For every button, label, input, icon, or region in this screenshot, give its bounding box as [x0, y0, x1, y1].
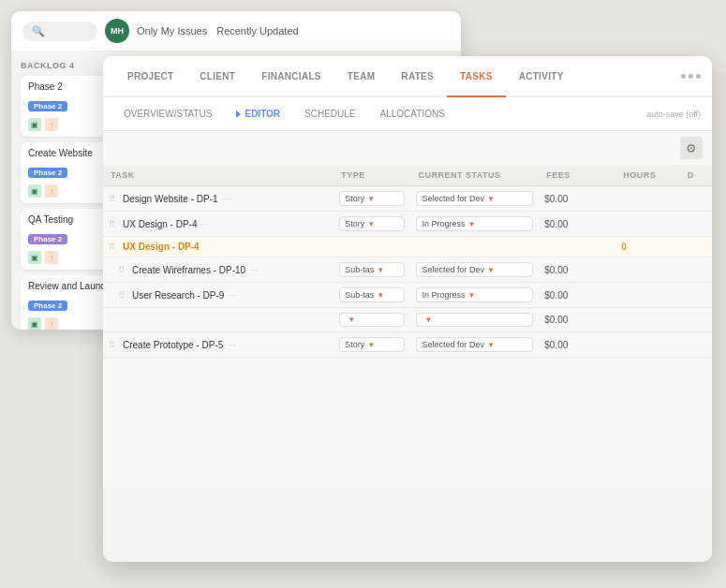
- tab-rates[interactable]: RATES: [388, 56, 447, 97]
- tab-project[interactable]: PROJECT: [114, 56, 186, 97]
- table-row: ⠿ Create Prototype - DP-5 ⋯ Story ▼: [103, 332, 712, 358]
- fees-cell: $0.00: [539, 283, 615, 308]
- type-select[interactable]: Story ▼: [339, 216, 405, 231]
- sub-nav: OVERVIEW/STATUS EDITOR SCHEDULE ALLOCATI…: [103, 97, 712, 131]
- fees-cell: $0.00: [539, 186, 615, 212]
- type-cell: Story ▼: [333, 212, 410, 237]
- drag-handle[interactable]: ⠿: [118, 290, 125, 301]
- table-row-group-header: ⠿ UX Design - DP-4 0: [103, 237, 712, 257]
- task-name-cell: ⠿ Design Website - DP-1 ⋯: [103, 186, 333, 212]
- subnav-overview[interactable]: OVERVIEW/STATUS: [114, 97, 221, 131]
- fees-cell: $0.00: [539, 257, 615, 283]
- type-cell: Sub-tas ▼: [333, 257, 410, 283]
- gear-bar: ⚙: [103, 131, 712, 165]
- status-select[interactable]: ▼: [416, 313, 533, 327]
- status-cell: Selected for Dev ▼: [410, 257, 539, 283]
- hours-cell: [615, 283, 679, 308]
- row-menu-button[interactable]: ⋯: [228, 290, 237, 301]
- task-name-cell-empty: [103, 308, 333, 332]
- row-menu-button[interactable]: ⋯: [249, 265, 259, 275]
- card-icon: ▣: [28, 251, 41, 264]
- card-icon: ▣: [28, 317, 41, 330]
- task-name-cell: ⠿ User Research - DP-9 ⋯: [103, 283, 333, 308]
- status-cell: In Progress ▼: [410, 212, 539, 237]
- drag-handle[interactable]: ⠿: [109, 242, 115, 252]
- fees-cell: $0.00: [539, 308, 615, 332]
- task-name-cell: ⠿ Create Wireframes - DP-10 ⋯: [103, 257, 333, 283]
- hours-cell: [615, 212, 679, 237]
- col-d: D: [680, 165, 712, 186]
- card-arrow: ↑: [45, 118, 58, 131]
- hours-cell: [615, 308, 679, 332]
- type-cell: Story ▼: [333, 186, 410, 212]
- fees-cell: $0.00: [539, 332, 615, 358]
- status-cell: Selected for Dev ▼: [410, 332, 539, 358]
- table-row: ⠿ UX Design - DP-4 ⋯ Story ▼ In Pr: [103, 212, 712, 237]
- task-name-cell: ⠿ Create Prototype - DP-5 ⋯: [103, 332, 333, 358]
- card-arrow: ↑: [45, 184, 58, 198]
- card-arrow: ↑: [45, 251, 58, 264]
- type-cell: ▼: [333, 308, 410, 332]
- drag-handle[interactable]: ⠿: [109, 340, 115, 350]
- col-fees: FEES: [539, 165, 615, 186]
- type-select[interactable]: Story ▼: [339, 191, 405, 206]
- tab-team[interactable]: TEAM: [334, 56, 389, 97]
- card-arrow: ↑: [45, 317, 58, 330]
- type-cell: Story ▼: [333, 332, 410, 358]
- task-table: TASK TYPE CURRENT STATUS FEES HOURS D ⠿ …: [103, 165, 712, 358]
- tab-client[interactable]: CLIENT: [186, 56, 248, 97]
- task-name-cell: ⠿ UX Design - DP-4 ⋯: [103, 212, 333, 237]
- nav-tabs: PROJECT CLIENT FINANCIALS TEAM RATES TAS…: [103, 56, 712, 97]
- tab-activity[interactable]: ACTIVITY: [506, 56, 577, 97]
- recently-updated-link[interactable]: Recently Updated: [216, 25, 298, 37]
- type-select[interactable]: Sub-tas ▼: [339, 262, 405, 277]
- editor-triangle-icon: [236, 110, 241, 118]
- col-hours: HOURS: [615, 165, 679, 186]
- type-cell: Sub-tas ▼: [333, 283, 410, 308]
- row-menu-button[interactable]: ⋯: [222, 194, 231, 204]
- more-tabs-button[interactable]: [681, 74, 701, 79]
- status-cell: ▼: [410, 308, 539, 332]
- table-row: ⠿ Create Wireframes - DP-10 ⋯ Sub-tas ▼: [103, 257, 712, 283]
- card-icon: ▣: [28, 184, 41, 198]
- hours-cell: [615, 332, 679, 358]
- status-select[interactable]: Selected for Dev ▼: [416, 191, 533, 206]
- status-cell: In Progress ▼: [410, 283, 539, 308]
- status-select[interactable]: Selected for Dev ▼: [416, 337, 533, 352]
- col-task: TASK: [103, 165, 333, 186]
- task-name-cell: ⠿ UX Design - DP-4: [103, 237, 333, 257]
- table-row: ⠿ Design Website - DP-1 ⋯ Story ▼: [103, 186, 712, 212]
- subnav-schedule[interactable]: SCHEDULE: [295, 97, 364, 131]
- tab-financials[interactable]: FINANCIALS: [248, 56, 334, 97]
- only-my-issues-link[interactable]: Only My Issues: [137, 25, 207, 37]
- settings-button[interactable]: ⚙: [680, 137, 703, 159]
- hours-cell: [615, 257, 679, 283]
- status-cell: [410, 237, 539, 257]
- status-select[interactable]: In Progress ▼: [416, 216, 533, 231]
- table-row-empty: ▼ ▼ $0.00: [103, 308, 712, 332]
- drag-handle[interactable]: ⠿: [109, 219, 115, 229]
- subnav-allocations[interactable]: ALLOCATIONS: [371, 97, 454, 131]
- task-table-area: ⚙ TASK TYPE CURRENT STATUS FEES HOURS D: [103, 131, 712, 487]
- hours-cell: 0: [615, 237, 679, 257]
- row-menu-button[interactable]: ⋯: [200, 219, 210, 229]
- card-icon: ▣: [28, 118, 41, 131]
- status-cell: Selected for Dev ▼: [410, 186, 539, 212]
- drag-handle[interactable]: ⠿: [118, 265, 125, 275]
- status-select[interactable]: In Progress ▼: [416, 287, 533, 302]
- type-select[interactable]: ▼: [339, 313, 405, 327]
- search-bar[interactable]: 🔍: [22, 22, 97, 41]
- kanban-header: 🔍 MH Only My Issues Recently Updated: [11, 11, 461, 51]
- fees-cell: [539, 237, 615, 257]
- header-links: Only My Issues Recently Updated: [137, 25, 299, 37]
- col-type: TYPE: [333, 165, 410, 186]
- type-select[interactable]: Story ▼: [339, 337, 405, 352]
- subnav-editor[interactable]: EDITOR: [227, 97, 289, 131]
- row-menu-button[interactable]: ⋯: [227, 340, 236, 350]
- table-header-row: TASK TYPE CURRENT STATUS FEES HOURS D: [103, 165, 712, 186]
- drag-handle[interactable]: ⠿: [109, 194, 115, 204]
- avatar[interactable]: MH: [105, 19, 129, 43]
- tab-tasks[interactable]: TASKS: [447, 56, 506, 97]
- type-select[interactable]: Sub-tas ▼: [339, 287, 405, 302]
- status-select[interactable]: Selected for Dev ▼: [416, 262, 533, 277]
